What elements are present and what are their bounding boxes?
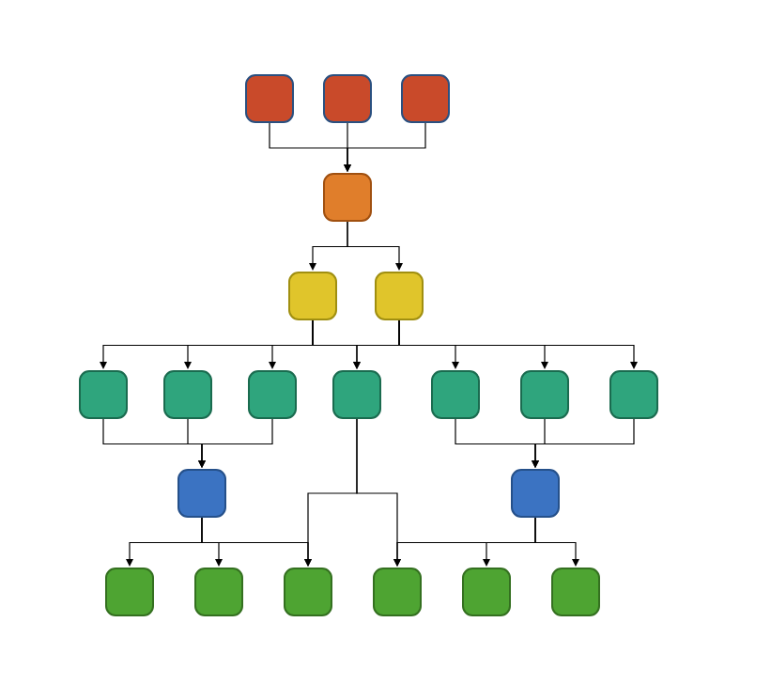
edge — [347, 221, 399, 269]
edge — [308, 418, 357, 565]
edge — [103, 319, 313, 367]
edge — [535, 418, 634, 466]
edge — [347, 122, 425, 170]
node-row0-1 — [324, 75, 371, 122]
node-row0-2 — [402, 75, 449, 122]
edge — [188, 418, 202, 466]
node-row3-1 — [164, 371, 211, 418]
edge — [397, 517, 535, 565]
edge — [202, 517, 219, 565]
node-row3-0 — [80, 371, 127, 418]
node-row5-4 — [463, 568, 510, 615]
node-row5-5 — [552, 568, 599, 615]
edge — [486, 517, 535, 565]
edge — [399, 319, 455, 367]
edge — [103, 418, 202, 466]
edge — [272, 319, 313, 367]
node-row3-2 — [249, 371, 296, 418]
node-row5-1 — [195, 568, 242, 615]
node-row5-2 — [285, 568, 332, 615]
edge — [357, 418, 397, 565]
edge — [202, 517, 308, 565]
node-row3-4 — [432, 371, 479, 418]
edge — [313, 221, 347, 269]
node-row0-0 — [246, 75, 293, 122]
edge — [202, 418, 272, 466]
node-row5-3 — [374, 568, 421, 615]
edge — [535, 517, 576, 565]
node-row3-5 — [521, 371, 568, 418]
node-row5-0 — [106, 568, 153, 615]
node-row2-0 — [289, 272, 336, 319]
flowchart-diagram — [0, 0, 771, 700]
edge — [535, 418, 545, 466]
edge — [455, 418, 535, 466]
edge — [399, 319, 545, 367]
node-row1-0 — [324, 174, 371, 221]
node-row4-0 — [178, 470, 225, 517]
edge — [188, 319, 313, 367]
edge — [130, 517, 202, 565]
node-row2-1 — [376, 272, 423, 319]
edge — [399, 319, 634, 367]
node-row4-1 — [512, 470, 559, 517]
edge — [313, 319, 357, 367]
edge — [357, 319, 399, 367]
node-row3-3 — [333, 371, 380, 418]
edge — [270, 122, 347, 170]
node-row3-6 — [610, 371, 657, 418]
